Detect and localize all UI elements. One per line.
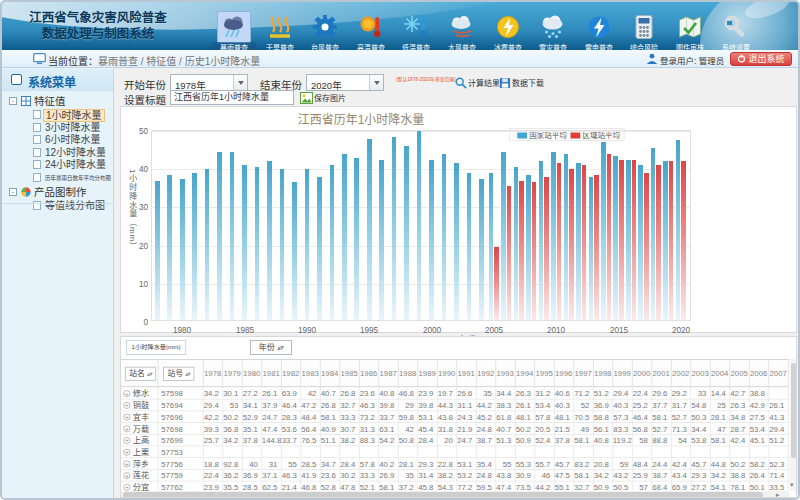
row-expand-icon[interactable]: + [123,449,130,456]
value-cell: 37.2 [398,481,418,491]
tree-item[interactable]: 1小时降水量 [2,109,113,122]
vertical-scrollbar[interactable]: ▾ [790,359,797,491]
row-expand-icon[interactable]: + [123,414,130,421]
data-download-button[interactable]: 数据下载 [499,75,552,90]
tree-item[interactable]: 历年暴雨日数年平均分布图 [2,172,113,185]
v-scroll-arrow-icon[interactable]: ▾ [790,481,794,489]
toolbar-item-gale[interactable]: 大风普查 [440,7,484,49]
value-cell: 20.8 [593,458,613,470]
tree-group-0[interactable]: -特征值 [2,95,113,108]
value-cell: 70.5 [574,411,594,423]
save-image-button[interactable]: 保存图片 [300,90,354,105]
toolbar-item-hail[interactable]: 冰雹普查 [486,7,530,49]
tree-group-label[interactable]: 产品图制作 [34,186,87,198]
x-tick-label: 1995 [357,326,382,335]
value-cell: 57.8 [535,411,555,423]
toolbar-item-drought[interactable]: 干旱普查 [258,7,302,49]
value-cell: 26.1 [262,388,282,400]
tree-expander-icon[interactable]: - [9,188,17,196]
id-sort-button[interactable]: 站号 ▴▾ [163,367,194,381]
grid-header-year: 1984 [320,360,340,388]
row-expand-icon[interactable]: + [123,460,130,467]
value-cell: 83.3 [613,423,633,435]
value-cell: 34.4 [496,388,516,400]
tree-item[interactable]: 3小时降水量 [2,122,113,135]
value-cell: 73.2 [359,411,379,423]
value-cell: 40.6 [554,388,574,400]
bar-regional-2018 [656,165,661,320]
tree-item[interactable]: 6小时降水量 [2,134,113,147]
value-cell [398,446,418,458]
bar-national-1978 [155,181,160,320]
value-cell: 23.9 [203,481,223,491]
value-cell: 77.2 [457,481,477,491]
tree-item[interactable]: 24小时降水量 [2,159,113,172]
value-cell: 40.7 [496,423,516,435]
value-cell: 40.3 [554,400,574,412]
row-expand-icon[interactable]: + [123,472,130,479]
h-scroll-arrow-icon[interactable]: ▸ [776,491,780,498]
value-cell: 88.3 [359,435,379,447]
row-expand-icon[interactable]: + [123,437,130,444]
toolbar-item-snow[interactable]: 雪灾普查 [531,7,575,49]
value-cell: 19.7 [437,388,457,400]
value-cell [671,446,691,458]
toolbar-item-comprehensive-risk[interactable]: 综合风险 [622,7,666,49]
value-cell: 50.1 [749,481,769,491]
toolbar-item-system-settings[interactable]: 系统设置 [714,7,758,49]
value-cell: 50.5 [613,481,633,491]
tree-item[interactable]: 12小时降水量 [2,147,113,160]
value-cell: 47.8 [340,481,360,491]
toolbar-item-high-temp[interactable]: 高温普查 [349,7,393,49]
toolbar-item-low-temp[interactable]: 低温普查 [394,7,438,49]
row-expand-icon[interactable]: + [123,484,130,491]
value-cell: 55 [496,458,516,470]
menu-icon [11,74,22,85]
bar-national-1991 [317,177,322,320]
bar-national-2016 [626,160,631,320]
toolbar-item-label: 综合风险 [622,42,667,50]
start-year-select[interactable]: 1978年 [170,74,248,91]
value-cell: 53.6 [281,423,301,435]
bar-regional-2009 [544,177,549,320]
toolbar-item-lightning[interactable]: 雷电普查 [577,7,621,49]
v-scroll-thumb[interactable] [791,363,796,458]
row-expand-icon[interactable]: + [123,390,130,397]
tree-expander-icon[interactable]: - [9,97,17,105]
toolbar-item-label: 雷电普查 [576,42,621,50]
value-cell: 59.8 [398,411,418,423]
horizontal-scrollbar[interactable]: ▸ [121,491,789,498]
tree-group-1[interactable]: -产品图制作 [2,186,113,199]
value-cell: 27.5 [749,411,769,423]
value-cell: 42.4 [671,458,691,470]
station-sort-button[interactable]: 站名 ▴▾ [125,367,156,381]
value-cell: 46.4 [281,400,301,412]
h-scroll-thumb[interactable] [123,492,763,498]
main-content: 开始年份 1978年 结束年份 2020年 (默认1978-2020年普查范围)… [115,69,800,500]
tree-item[interactable]: 等值线分布图 [2,200,113,213]
row-expand-icon[interactable]: + [123,425,130,432]
value-cell: 47.4 [262,423,282,435]
value-cell: 23.9 [418,388,438,400]
toolbar-item-rainstorm[interactable]: 暴雨普查 [212,7,256,49]
tree-group-label[interactable]: 特征值 [34,95,66,107]
end-year-select[interactable]: 2020年 [306,74,384,91]
toolbar-item-typhoon[interactable]: 台风普查 [303,7,347,49]
value-cell: 21.5 [554,423,574,435]
value-cell: 36.2 [223,470,243,482]
value-cell: 53.2 [457,470,477,482]
unit-button[interactable]: 1小时降水量(mm) [126,340,186,355]
value-cell: 34.2 [593,470,613,482]
value-cell: 39.3 [203,423,223,435]
year-sort-button[interactable]: 年份 ▴▾ [250,340,292,355]
exit-system-button[interactable]: 退出系统 [730,52,792,66]
value-cell: 52.7 [652,423,672,435]
row-expand-icon[interactable]: + [123,402,130,409]
location-label: 当前位置： [48,53,98,68]
chart-title-input[interactable]: 江西省历年1小时降水量 [170,90,294,105]
value-cell: 38.3 [496,400,516,412]
toolbar-item-label: 冰雹普查 [485,42,530,50]
grid-header: 1978197919801981198219831984198519861987… [121,359,789,387]
value-cell: 33.7 [281,435,301,447]
toolbar-item-map-review[interactable]: 图件审核 [668,7,712,49]
